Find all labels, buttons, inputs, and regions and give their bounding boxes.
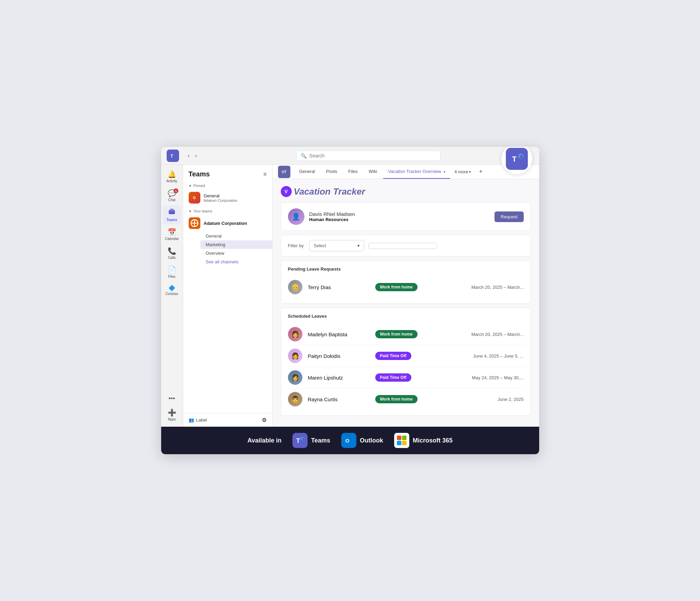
m365-app-icon bbox=[394, 433, 409, 448]
request-button[interactable]: Request bbox=[495, 211, 523, 222]
sidebar-item-apps[interactable]: ➕ Apps bbox=[163, 406, 181, 424]
tab-wiki[interactable]: Wiki bbox=[364, 165, 382, 179]
vt-logo: V bbox=[281, 186, 292, 197]
calls-label: Calls bbox=[168, 256, 176, 260]
teams-app-icon: T 👤 bbox=[292, 433, 308, 448]
scheduled-row-paityn: 👩 Paityn Dokidis Paid Time Off June 4, 2… bbox=[288, 345, 524, 367]
tab-posts[interactable]: Posts bbox=[321, 165, 342, 179]
teams-nav-icon bbox=[168, 208, 176, 217]
sidebar-item-teams[interactable]: Teams bbox=[163, 205, 181, 225]
m365-yellow-cell bbox=[402, 441, 407, 445]
available-in-text: Available in bbox=[247, 437, 281, 444]
profile-title: Human Resources bbox=[309, 217, 355, 222]
outlook-app-item: O Outlook bbox=[341, 433, 383, 448]
filter-text-input[interactable] bbox=[368, 243, 437, 249]
footer-label-item[interactable]: 👥 Label bbox=[189, 417, 207, 423]
terry-name: Terry Dias bbox=[308, 284, 370, 290]
rayna-avatar: 👨 bbox=[288, 392, 302, 406]
tab-general[interactable]: General bbox=[295, 165, 320, 179]
scheduled-section-heading: Scheduled Leaves bbox=[288, 314, 524, 319]
back-button[interactable]: ‹ bbox=[186, 151, 192, 160]
vt-tab-icon: VT bbox=[278, 166, 290, 178]
sidebar-header: Teams ≡ bbox=[183, 165, 272, 181]
search-input[interactable] bbox=[309, 153, 436, 159]
madelyn-dates: March 20, 2025 – March... bbox=[471, 332, 524, 337]
svg-rect-2 bbox=[509, 151, 524, 166]
sidebar-filter-icon[interactable]: ≡ bbox=[263, 171, 266, 177]
m365-blue-cell bbox=[397, 441, 401, 445]
sidebar-title: Teams bbox=[189, 170, 210, 178]
chat-badge: 1 bbox=[174, 188, 178, 193]
sidebar-item-activity[interactable]: 🔔 Activity bbox=[163, 167, 181, 186]
search-icon: 🔍 bbox=[301, 153, 307, 159]
tab-bar: VT General Posts Files Wiki Vacation Tra… bbox=[273, 165, 539, 179]
add-tab-button[interactable]: + bbox=[476, 166, 486, 177]
channel-overview[interactable]: Overview bbox=[200, 249, 272, 258]
app-title-text: Vacation Tracker bbox=[294, 186, 365, 197]
madelyn-leave-tag: Work from home bbox=[375, 330, 418, 338]
calls-icon: 📞 bbox=[168, 247, 176, 255]
bottom-bar: Available in T 👤 Teams O Outlook bbox=[161, 427, 539, 454]
nav-arrows: ‹ › bbox=[186, 151, 199, 160]
m365-app-label: Microsoft 365 bbox=[413, 437, 453, 444]
madelyn-name: Madelyn Baptista bbox=[308, 331, 370, 337]
m365-red-cell bbox=[397, 436, 401, 440]
more-chevron-icon: ▾ bbox=[469, 170, 471, 174]
filter-select-dropdown[interactable]: Select ▾ bbox=[309, 240, 364, 251]
tab-vacation-tracker[interactable]: Vacation Tracker Overview ▾ bbox=[383, 165, 450, 179]
teams-app-item: T 👤 Teams bbox=[292, 433, 330, 448]
channel-list: General Marketing Overview See all chann… bbox=[183, 232, 272, 266]
content-scroll: V Vacation Tracker 👤 Davis Rhiel Madsen … bbox=[273, 179, 539, 427]
svg-text:T: T bbox=[512, 155, 517, 163]
apps-icon: ➕ bbox=[168, 408, 176, 417]
contoso-label: Contoso bbox=[165, 292, 178, 296]
adatum-team-item[interactable]: Adatum Corporation bbox=[183, 215, 272, 232]
your-teams-section-label: ▼ Your teams bbox=[183, 206, 272, 215]
rayna-name: Rayna Curtis bbox=[308, 396, 370, 402]
rayna-leave-tag: Work from home bbox=[375, 395, 418, 403]
svg-text:T: T bbox=[170, 153, 173, 159]
paityn-name: Paityn Dokidis bbox=[308, 353, 370, 359]
scheduled-row-rayna: 👨 Rayna Curtis Work from home June 2, 20… bbox=[288, 389, 524, 410]
sidebar-item-files[interactable]: 📄 Files bbox=[163, 263, 181, 281]
scheduled-row-maren: 👩 Maren Lipshutz Paid Time Off May 24, 2… bbox=[288, 367, 524, 389]
maren-leave-tag: Paid Time Off bbox=[375, 373, 411, 382]
more-apps-button[interactable]: ••• bbox=[166, 392, 178, 405]
sidebar-item-contoso[interactable]: 🔷 Contoso bbox=[163, 282, 181, 298]
outlook-app-icon: O bbox=[341, 433, 356, 448]
m365-green-cell bbox=[402, 436, 407, 440]
pinned-general-item[interactable]: G General Adatum Corporation bbox=[183, 189, 272, 206]
tab-files[interactable]: Files bbox=[343, 165, 362, 179]
sidebar-item-calendar[interactable]: 📅 Calendar bbox=[163, 225, 181, 243]
activity-icon: 🔔 bbox=[168, 170, 176, 178]
tab-more[interactable]: 4 more ▾ bbox=[452, 165, 473, 178]
maren-name: Maren Lipshutz bbox=[308, 375, 370, 381]
app-title-row: V Vacation Tracker bbox=[281, 186, 531, 197]
label-people-icon: 👥 bbox=[189, 417, 194, 423]
teams-logo-icon: T bbox=[167, 150, 179, 162]
madelyn-avatar: 👩 bbox=[288, 327, 302, 341]
app-window: T ‹ › 🔍 T 👤 🔔 bbox=[161, 147, 539, 454]
svg-text:👤: 👤 bbox=[520, 155, 524, 159]
channel-see-all[interactable]: See all channels bbox=[200, 258, 272, 266]
icon-bar: 🔔 Activity 💬 Chat 1 Teams 📅 Calen bbox=[161, 165, 183, 427]
activity-label: Activity bbox=[166, 179, 177, 183]
channel-general[interactable]: General bbox=[200, 232, 272, 240]
scheduled-section: Scheduled Leaves 👩 Madelyn Baptista Work… bbox=[281, 308, 531, 416]
settings-icon[interactable]: ⚙ bbox=[262, 417, 267, 423]
outlook-app-label: Outlook bbox=[360, 437, 383, 444]
sidebar-item-chat[interactable]: 💬 Chat 1 bbox=[163, 186, 181, 205]
adatum-team-info: Adatum Corporation bbox=[204, 221, 247, 226]
channel-marketing[interactable]: Marketing bbox=[200, 240, 272, 249]
apps-label: Apps bbox=[168, 417, 176, 421]
filter-by-label: Filter by bbox=[288, 243, 304, 248]
chat-label: Chat bbox=[168, 198, 175, 202]
m365-grid bbox=[397, 436, 407, 445]
sidebar-item-calls[interactable]: 📞 Calls bbox=[163, 244, 181, 262]
profile-card: 👤 Davis Rhiel Madsen Human Resources Req… bbox=[281, 203, 531, 231]
paityn-avatar: 👩 bbox=[288, 349, 302, 363]
m365-app-item: Microsoft 365 bbox=[394, 433, 453, 448]
forward-button[interactable]: › bbox=[193, 151, 199, 160]
svg-text:👤: 👤 bbox=[301, 437, 305, 441]
contoso-icon: 🔷 bbox=[168, 285, 175, 291]
